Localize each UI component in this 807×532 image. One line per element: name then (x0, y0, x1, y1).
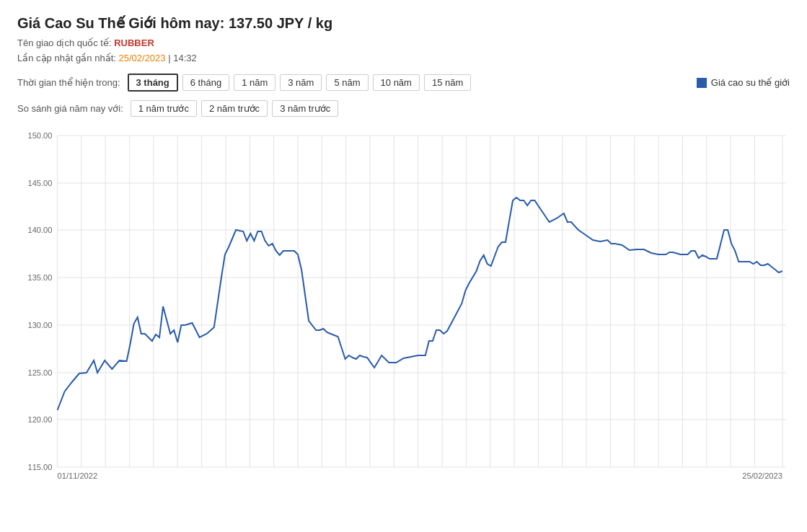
time-btn-3nam[interactable]: 3 năm (280, 74, 322, 91)
time-btn-10nam[interactable]: 10 năm (373, 74, 420, 91)
update-date: 25/02/2023 (118, 53, 165, 63)
time-btn-6thang[interactable]: 6 tháng (182, 74, 229, 91)
time-label: Thời gian thể hiện trong: (17, 77, 120, 88)
subtitle-value: RUBBER (114, 37, 154, 48)
svg-text:125.00: 125.00 (28, 368, 53, 377)
compare-btn-3nam[interactable]: 3 năm trước (272, 100, 338, 117)
svg-text:135.00: 135.00 (28, 273, 53, 282)
svg-text:140.00: 140.00 (28, 226, 53, 234)
compare-label: So sánh giá năm nay với: (17, 103, 123, 114)
update-time: 14:32 (173, 53, 197, 63)
svg-text:115.00: 115.00 (28, 463, 53, 471)
time-btn-1nam[interactable]: 1 năm (234, 74, 275, 91)
subtitle-label: Tên giao dịch quốc tế: (17, 37, 112, 48)
svg-text:130.00: 130.00 (28, 321, 53, 329)
time-btn-3thang[interactable]: 3 tháng (128, 74, 178, 92)
chart-area: .grid-line { stroke: #ddd; stroke-width:… (17, 128, 790, 482)
update-label: Lần cập nhật gần nhất: (17, 53, 116, 63)
legend: Giá cao su thế giới (697, 77, 790, 88)
svg-text:25/02/2023: 25/02/2023 (742, 471, 782, 480)
compare-row: So sánh giá năm nay với: 1 năm trước 2 n… (17, 100, 790, 117)
price-chart: .grid-line { stroke: #ddd; stroke-width:… (17, 128, 790, 482)
price-line (58, 198, 782, 410)
page-title: Giá Cao Su Thế Giới hôm nay: 137.50 JPY … (17, 14, 790, 32)
time-btn-5nam[interactable]: 5 năm (326, 74, 368, 91)
compare-btn-1nam[interactable]: 1 năm trước (131, 100, 197, 117)
svg-text:01/11/2022: 01/11/2022 (58, 471, 98, 480)
time-period-row: Thời gian thể hiện trong: 3 tháng 6 thán… (17, 74, 790, 92)
svg-text:120.00: 120.00 (28, 415, 53, 424)
legend-label: Giá cao su thế giới (711, 77, 790, 88)
compare-btn-2nam[interactable]: 2 năm trước (201, 100, 268, 117)
chart-container: .grid-line { stroke: #ddd; stroke-width:… (17, 128, 790, 482)
update-line: Lần cập nhật gần nhất: 25/02/2023 | 14:3… (17, 53, 790, 63)
subtitle: Tên giao dịch quốc tế: RUBBER (17, 37, 790, 48)
svg-text:150.00: 150.00 (28, 131, 53, 140)
svg-text:145.00: 145.00 (28, 179, 53, 187)
legend-box (697, 78, 707, 88)
time-btn-15nam[interactable]: 15 năm (424, 74, 471, 91)
